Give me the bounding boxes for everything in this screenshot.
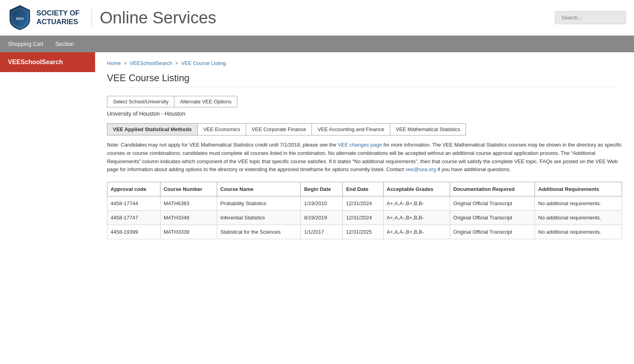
page-title: VEE Course Listing — [107, 72, 622, 88]
breadcrumb-sep1: > — [124, 60, 127, 66]
table-cell-0-7: No additional requirements. — [535, 196, 622, 211]
table-cell-1-0: 4458-17747 — [107, 211, 160, 225]
note-text-before-link: Note: Candidates may not apply for VEE M… — [107, 142, 336, 148]
tab-economics[interactable]: VEE Economics — [197, 123, 246, 135]
col-header-begin-date: Begin Date — [301, 182, 343, 196]
table-cell-1-7: No additional requirements. — [535, 211, 622, 225]
col-header-grades: Acceptable Grades — [383, 182, 450, 196]
breadcrumb-sep2: > — [175, 60, 178, 66]
table-cell-0-5: A+,A,A-,B+,B,B- — [383, 196, 450, 211]
breadcrumb-veeschoolsearch[interactable]: VEESchoolSearch — [130, 60, 172, 66]
table-cell-1-3: 8/19/2019 — [301, 211, 343, 225]
table-cell-2-2: Statistical for the Sciences — [217, 225, 301, 239]
table-cell-0-4: 12/31/2024 — [343, 196, 383, 211]
table-header-row: Approval code Course Number Course Name … — [107, 182, 622, 196]
note-text-end: if you have additional questions. — [437, 166, 511, 172]
page-header: SOA SOCIETY OF ACTUARIES Online Services — [0, 0, 634, 36]
navbar: Shopping Cart Section — [0, 36, 634, 52]
table-cell-1-6: Original Official Transcript — [450, 211, 535, 225]
breadcrumb: Home > VEESchoolSearch > VEE Course List… — [107, 60, 622, 66]
logo-container: SOA SOCIETY OF ACTUARIES — [8, 5, 80, 30]
table-cell-0-2: Probability Statistics — [217, 196, 301, 211]
table-cell-2-5: A+,A,A-,B+,B,B- — [383, 225, 450, 239]
col-header-end-date: End Date — [343, 182, 383, 196]
table-cell-0-0: 4458-17744 — [107, 196, 160, 211]
table-cell-2-0: 4458-19399 — [107, 225, 160, 239]
note-vee-changes-link[interactable]: VEE changes page — [338, 142, 382, 148]
table-cell-1-2: Inferential Statistics — [217, 211, 301, 225]
table-cell-2-1: MATH3339 — [160, 225, 217, 239]
table-cell-2-4: 12/31/2025 — [343, 225, 383, 239]
navbar-section[interactable]: Section — [55, 41, 74, 47]
tab-corporate-finance[interactable]: VEE Corporate Finance — [246, 123, 311, 135]
breadcrumb-current[interactable]: VEE Course Listing — [181, 60, 226, 66]
alternate-vee-button[interactable]: Alternate VEE Options — [174, 96, 237, 107]
org-name: SOCIETY OF ACTUARIES — [36, 9, 80, 26]
school-name-label: University of Houston - Houston — [107, 111, 622, 117]
top-button-group: Select School/University Alternate VEE O… — [107, 96, 622, 107]
table-row: 4458-17744MATH6383Probability Statistics… — [107, 196, 622, 211]
table-cell-1-1: MATH3349 — [160, 211, 217, 225]
col-header-additional: Additional Requirements — [535, 182, 622, 196]
col-header-documentation: Documentation Required — [450, 182, 535, 196]
col-header-approval-code: Approval code — [107, 182, 160, 196]
tab-group: VEE Applied Statistical Methods VEE Econ… — [107, 123, 622, 135]
svg-text:SOA: SOA — [16, 17, 24, 21]
note-email-link[interactable]: vee@soa.org — [405, 166, 436, 172]
vee-courses-table: Approval code Course Number Course Name … — [107, 182, 622, 239]
header-title: Online Services — [92, 8, 216, 27]
table-cell-0-1: MATH6383 — [160, 196, 217, 211]
table-cell-1-5: A+,A,A-,B+,B,B- — [383, 211, 450, 225]
table-cell-0-3: 1/19/2010 — [301, 196, 343, 211]
sidebar: VEESchoolSearch — [0, 52, 95, 364]
main-content: Home > VEESchoolSearch > VEE Course List… — [95, 52, 634, 364]
select-school-button[interactable]: Select School/University — [107, 96, 174, 107]
page-layout: VEESchoolSearch Home > VEESchoolSearch >… — [0, 52, 634, 364]
header-left: SOA SOCIETY OF ACTUARIES Online Services — [8, 5, 216, 30]
table-row: 4458-19399MATH3339Statistical for the Sc… — [107, 225, 622, 239]
table-cell-2-6: Original Official Transcript — [450, 225, 535, 239]
table-cell-1-4: 12/31/2024 — [343, 211, 383, 225]
tab-mathematical-statistics[interactable]: VEE Mathematical Statistics — [390, 123, 466, 135]
table-cell-0-6: Original Official Transcript — [450, 196, 535, 211]
breadcrumb-home[interactable]: Home — [107, 60, 121, 66]
table-row: 4458-17747MATH3349Inferential Statistics… — [107, 211, 622, 225]
navbar-shopping-cart[interactable]: Shopping Cart — [8, 41, 44, 47]
table-cell-2-3: 1/1/2017 — [301, 225, 343, 239]
header-search-input[interactable] — [555, 11, 626, 24]
sidebar-item-veeschoolsearch[interactable]: VEESchoolSearch — [0, 52, 95, 72]
table-cell-2-7: No additional requirements. — [535, 225, 622, 239]
tab-accounting-finance[interactable]: VEE Accounting and Finance — [311, 123, 390, 135]
note-text: Note: Candidates may not apply for VEE M… — [107, 141, 622, 174]
soa-logo-icon: SOA — [8, 5, 32, 30]
col-header-course-number: Course Number — [160, 182, 217, 196]
tab-applied-statistical[interactable]: VEE Applied Statistical Methods — [107, 123, 197, 135]
col-header-course-name: Course Name — [217, 182, 301, 196]
